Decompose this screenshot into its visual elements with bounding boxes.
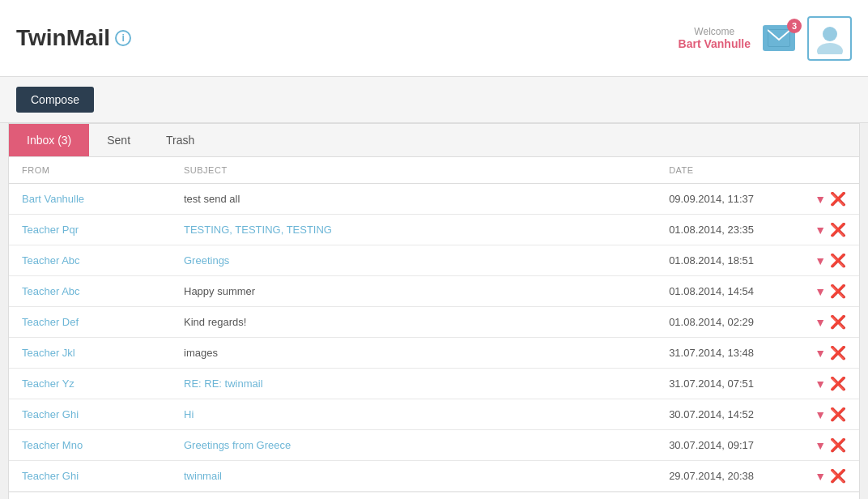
dropdown-button[interactable]: ▼ <box>815 224 826 237</box>
cell-from: Teacher Def <box>9 307 171 338</box>
header: TwinMail i Welcome Bart Vanhulle 3 <box>0 0 868 77</box>
cell-date: 31.07.2014, 07:51 <box>656 369 802 399</box>
delete-button[interactable]: ❌ <box>830 346 846 360</box>
cell-subject[interactable]: test send all <box>171 184 656 215</box>
dropdown-button[interactable]: ▼ <box>815 408 826 421</box>
dropdown-button[interactable]: ▼ <box>815 377 826 390</box>
cell-actions: ▼❌ <box>802 399 859 430</box>
cell-from: Teacher Ghi <box>9 461 171 492</box>
tabs: Inbox (3) Sent Trash <box>9 124 859 157</box>
dropdown-button[interactable]: ▼ <box>815 193 826 206</box>
tab-trash[interactable]: Trash <box>148 124 212 156</box>
dropdown-button[interactable]: ▼ <box>815 347 826 360</box>
cell-from: Bart Vanhulle <box>9 184 171 215</box>
table-row[interactable]: Bart Vanhulletest send all09.09.2014, 11… <box>9 184 859 215</box>
cell-date: 30.07.2014, 09:17 <box>656 430 802 461</box>
dropdown-button[interactable]: ▼ <box>815 254 826 267</box>
cell-subject[interactable]: Happy summer <box>171 276 656 307</box>
cell-subject[interactable]: RE: RE: twinmail <box>171 369 656 399</box>
cell-actions: ▼❌ <box>802 307 859 338</box>
delete-button[interactable]: ❌ <box>830 469 846 483</box>
cell-subject[interactable]: images <box>171 338 656 369</box>
cell-from: Teacher Ghi <box>9 399 171 430</box>
cell-subject[interactable]: Hi <box>171 399 656 430</box>
table-row[interactable]: Teacher YzRE: RE: twinmail31.07.2014, 07… <box>9 369 859 399</box>
cell-date: 29.07.2014, 20:38 <box>656 461 802 492</box>
compose-button[interactable]: Compose <box>16 87 94 113</box>
dropdown-button[interactable]: ▼ <box>815 316 826 329</box>
cell-actions: ▼❌ <box>802 430 859 461</box>
table-row[interactable]: Teacher MnoGreetings from Greece30.07.20… <box>9 430 859 461</box>
notification-badge: 3 <box>787 19 802 33</box>
cell-subject[interactable]: Greetings from Greece <box>171 430 656 461</box>
delete-button[interactable]: ❌ <box>830 377 846 390</box>
compose-area: Compose <box>0 77 868 123</box>
cell-actions: ▼❌ <box>802 461 859 492</box>
cell-subject[interactable]: TESTING, TESTING, TESTING <box>171 215 656 245</box>
cell-from: Teacher Mno <box>9 430 171 461</box>
welcome-label: Welcome <box>679 26 751 37</box>
delete-button[interactable]: ❌ <box>830 223 846 237</box>
email-table: FROM SUBJECT DATE Bart Vanhulletest send… <box>9 157 859 492</box>
table-row[interactable]: Teacher Jklimages31.07.2014, 13:48▼❌ <box>9 338 859 369</box>
tab-sent[interactable]: Sent <box>89 124 148 156</box>
cell-actions: ▼❌ <box>802 184 859 215</box>
table-row[interactable]: Teacher Ghitwinmail29.07.2014, 20:38▼❌ <box>9 461 859 492</box>
cell-subject[interactable]: twinmail <box>171 461 656 492</box>
cell-from: Teacher Pqr <box>9 215 171 245</box>
cell-date: 01.08.2014, 18:51 <box>656 245 802 276</box>
delete-button[interactable]: ❌ <box>830 315 846 329</box>
header-right: Welcome Bart Vanhulle 3 <box>679 16 852 61</box>
app-title: TwinMail <box>16 25 110 51</box>
logo-area: TwinMail i <box>16 25 131 51</box>
table-header-row: FROM SUBJECT DATE <box>9 157 859 184</box>
tab-inbox[interactable]: Inbox (3) <box>9 124 89 156</box>
dropdown-button[interactable]: ▼ <box>815 439 826 452</box>
cell-date: 01.08.2014, 23:35 <box>656 215 802 245</box>
delete-button[interactable]: ❌ <box>830 254 846 267</box>
table-row[interactable]: Teacher GhiHi30.07.2014, 14:52▼❌ <box>9 399 859 430</box>
cell-subject[interactable]: Greetings <box>171 245 656 276</box>
col-from: FROM <box>9 157 171 184</box>
avatar <box>807 16 852 61</box>
dropdown-button[interactable]: ▼ <box>815 470 826 483</box>
cell-actions: ▼❌ <box>802 215 859 245</box>
cell-date: 09.09.2014, 11:37 <box>656 184 802 215</box>
table-row[interactable]: Teacher AbcGreetings01.08.2014, 18:51▼❌ <box>9 245 859 276</box>
delete-button[interactable]: ❌ <box>830 407 846 421</box>
info-icon: i <box>115 30 131 46</box>
cell-actions: ▼❌ <box>802 338 859 369</box>
col-date: DATE <box>656 157 802 184</box>
svg-point-2 <box>817 43 843 54</box>
notification-area[interactable]: 3 <box>763 25 795 51</box>
col-subject: SUBJECT <box>171 157 656 184</box>
cell-actions: ▼❌ <box>802 245 859 276</box>
welcome-area: Welcome Bart Vanhulle <box>679 26 751 50</box>
col-actions <box>802 157 859 184</box>
cell-from: Teacher Jkl <box>9 338 171 369</box>
svg-point-1 <box>823 27 837 41</box>
dropdown-button[interactable]: ▼ <box>815 285 826 298</box>
main-container: Inbox (3) Sent Trash FROM SUBJECT DATE B… <box>8 123 860 499</box>
cell-actions: ▼❌ <box>802 369 859 399</box>
delete-button[interactable]: ❌ <box>830 284 846 298</box>
table-row[interactable]: Teacher AbcHappy summer01.08.2014, 14:54… <box>9 276 859 307</box>
table-row[interactable]: Teacher PqrTESTING, TESTING, TESTING01.0… <box>9 215 859 245</box>
cell-from: Teacher Abc <box>9 276 171 307</box>
delete-button[interactable]: ❌ <box>830 438 846 452</box>
delete-button[interactable]: ❌ <box>830 192 846 206</box>
user-name: Bart Vanhulle <box>679 37 751 50</box>
cell-date: 31.07.2014, 13:48 <box>656 338 802 369</box>
pagination: 1 2 3 4 | 1–10 of 39 ❮ ❯ <box>9 492 859 499</box>
cell-date: 30.07.2014, 14:52 <box>656 399 802 430</box>
cell-date: 01.08.2014, 14:54 <box>656 276 802 307</box>
cell-from: Teacher Yz <box>9 369 171 399</box>
cell-actions: ▼❌ <box>802 276 859 307</box>
cell-date: 01.08.2014, 02:29 <box>656 307 802 338</box>
cell-subject[interactable]: Kind regards! <box>171 307 656 338</box>
table-row[interactable]: Teacher DefKind regards!01.08.2014, 02:2… <box>9 307 859 338</box>
cell-from: Teacher Abc <box>9 245 171 276</box>
